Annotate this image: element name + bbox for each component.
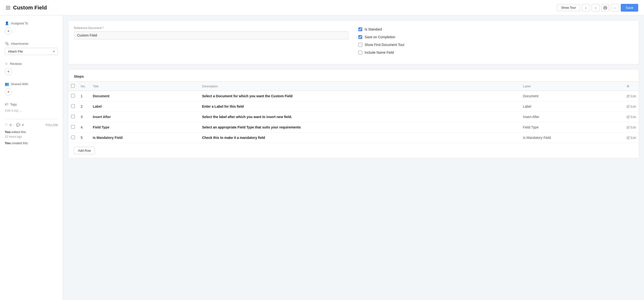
- save-button[interactable]: Save: [621, 4, 638, 12]
- save-on-completion-label: Save on Completion: [365, 35, 395, 39]
- show-first-doc-tour-checkbox[interactable]: [358, 43, 362, 47]
- heart-icon: ♡: [5, 123, 8, 127]
- dot-separator: ·: [13, 123, 14, 127]
- activity-user-2: You: [5, 141, 11, 145]
- assigned-to-title: 👤 Assigned To: [5, 21, 58, 25]
- sidebar: 👤 Assigned To + 📎 Attachments Attach Fil…: [0, 15, 63, 300]
- add-shared-with-button[interactable]: +: [5, 88, 12, 96]
- row-checkbox[interactable]: [71, 136, 75, 139]
- activity-action-1: edited this: [12, 130, 26, 134]
- show-tour-button[interactable]: Show Tour: [557, 4, 580, 11]
- shared-with-icon: 👥: [5, 82, 9, 86]
- form-card: Reference Document * Is Standard: [68, 20, 639, 64]
- add-review-button[interactable]: +: [5, 68, 12, 75]
- save-on-completion-checkbox[interactable]: [358, 35, 362, 39]
- select-all-checkbox[interactable]: [71, 84, 74, 88]
- attach-plus-icon: +: [53, 50, 55, 53]
- add-assigned-to-button[interactable]: +: [5, 28, 12, 35]
- edit-button[interactable]: Edit: [626, 94, 636, 98]
- row-title: Insert After: [90, 112, 199, 122]
- row-checkbox[interactable]: [71, 125, 75, 129]
- table-row: 2 Label Enter a Label for this field Lab…: [68, 101, 639, 112]
- edit-button[interactable]: Edit: [626, 126, 636, 129]
- nav-next-button[interactable]: ›: [592, 4, 600, 12]
- comment-icon: 💬: [16, 123, 20, 127]
- row-description: Check this to make it a mandatory field: [199, 133, 520, 143]
- row-checkbox-cell: [68, 122, 78, 133]
- form-card-body: Reference Document * Is Standard: [68, 20, 639, 64]
- header-right: Show Tour ‹ › ··· Save: [557, 4, 638, 12]
- svg-rect-0: [604, 8, 606, 9]
- row-edit-cell: Edit: [624, 122, 639, 133]
- footer-actions: ♡ 0 · 💬 0 FOLLOW: [5, 123, 58, 127]
- steps-card: Steps No. Title Description Label ⚙: [68, 69, 639, 158]
- include-name-field-label: Include Name Field: [365, 51, 394, 54]
- header-left: Custom Field: [6, 4, 47, 11]
- show-first-doc-tour-label: Show First Document Tour: [365, 43, 404, 47]
- row-edit-cell: Edit: [624, 112, 639, 122]
- tags-input[interactable]: Add a tag ...: [5, 109, 58, 112]
- activity-action-2: created this: [12, 141, 28, 145]
- activity-section: You edited this 22 hours ago You created…: [5, 130, 58, 146]
- include-name-field-row: Include Name Field: [358, 51, 633, 54]
- row-description: Enter a Label for this field: [199, 101, 520, 112]
- row-checkbox[interactable]: [71, 115, 75, 118]
- tags-section: 🏷 Tags Add a tag ...: [5, 102, 58, 112]
- row-no: 2: [78, 101, 90, 112]
- likes-count: 0: [10, 123, 12, 127]
- edit-button[interactable]: Edit: [626, 115, 636, 119]
- settings-icon: ⚙: [626, 84, 630, 88]
- shared-with-section: 👥 Shared With +: [5, 82, 58, 96]
- table-row: 1 Document Select a Document for which y…: [68, 91, 639, 101]
- row-checkbox-cell: [68, 112, 78, 122]
- edit-button[interactable]: Edit: [626, 105, 636, 108]
- activity-item-1: You edited this 22 hours ago: [5, 130, 58, 139]
- add-row-button[interactable]: Add Row: [74, 147, 95, 154]
- table-row: 4 Field Type Select an appropriate Field…: [68, 122, 639, 133]
- is-standard-checkbox[interactable]: [358, 27, 362, 31]
- edit-button[interactable]: Edit: [626, 136, 636, 140]
- row-label: Insert After: [520, 112, 624, 122]
- activity-item-2: You created this: [5, 141, 58, 146]
- attachments-title: 📎 Attachments: [5, 42, 58, 45]
- follow-button[interactable]: FOLLOW: [46, 123, 58, 127]
- form-row: Reference Document * Is Standard: [74, 26, 633, 58]
- nav-prev-button[interactable]: ‹: [582, 4, 590, 12]
- row-title: Is Mandatory Field: [90, 133, 199, 143]
- row-checkbox-cell: [68, 91, 78, 101]
- row-description: Select a Document for which you want the…: [199, 91, 520, 101]
- attach-file-button[interactable]: Attach File +: [5, 48, 58, 55]
- form-col-right: Is Standard Save on Completion Show Firs…: [358, 26, 633, 58]
- steps-table-header-row: No. Title Description Label ⚙: [68, 82, 639, 91]
- row-checkbox[interactable]: [71, 94, 75, 98]
- tags-title: 🏷 Tags: [5, 102, 58, 106]
- reviews-title: ☆ Reviews: [5, 62, 58, 66]
- show-first-doc-tour-row: Show First Document Tour: [358, 43, 633, 47]
- row-no: 3: [78, 112, 90, 122]
- more-options-button[interactable]: ···: [611, 4, 619, 12]
- col-description: Description: [199, 82, 520, 91]
- shared-with-title: 👥 Shared With: [5, 82, 58, 86]
- steps-table-body: 1 Document Select a Document for which y…: [68, 91, 639, 143]
- row-edit-cell: Edit: [624, 101, 639, 112]
- required-indicator: *: [102, 26, 104, 30]
- reference-document-input[interactable]: [74, 31, 349, 39]
- assigned-to-section: 👤 Assigned To +: [5, 21, 58, 35]
- col-checkbox: [68, 82, 78, 91]
- row-checkbox[interactable]: [71, 104, 75, 108]
- menu-icon[interactable]: [6, 6, 10, 9]
- row-title: Document: [90, 91, 199, 101]
- app-header: Custom Field Show Tour ‹ › ··· Save: [0, 0, 644, 15]
- row-edit-cell: Edit: [624, 133, 639, 143]
- row-description: Select an appropriate Field Type that su…: [199, 122, 520, 133]
- print-button[interactable]: [601, 4, 609, 12]
- tags-icon: 🏷: [5, 102, 8, 106]
- steps-header: Steps: [68, 69, 639, 81]
- comments-count: 0: [22, 123, 24, 127]
- main-content: Reference Document * Is Standard: [63, 15, 644, 300]
- steps-table-head: No. Title Description Label ⚙: [68, 82, 639, 91]
- table-row: 5 Is Mandatory Field Check this to make …: [68, 133, 639, 143]
- row-title: Label: [90, 101, 199, 112]
- include-name-field-checkbox[interactable]: [358, 51, 362, 54]
- attachments-section: 📎 Attachments Attach File +: [5, 42, 58, 55]
